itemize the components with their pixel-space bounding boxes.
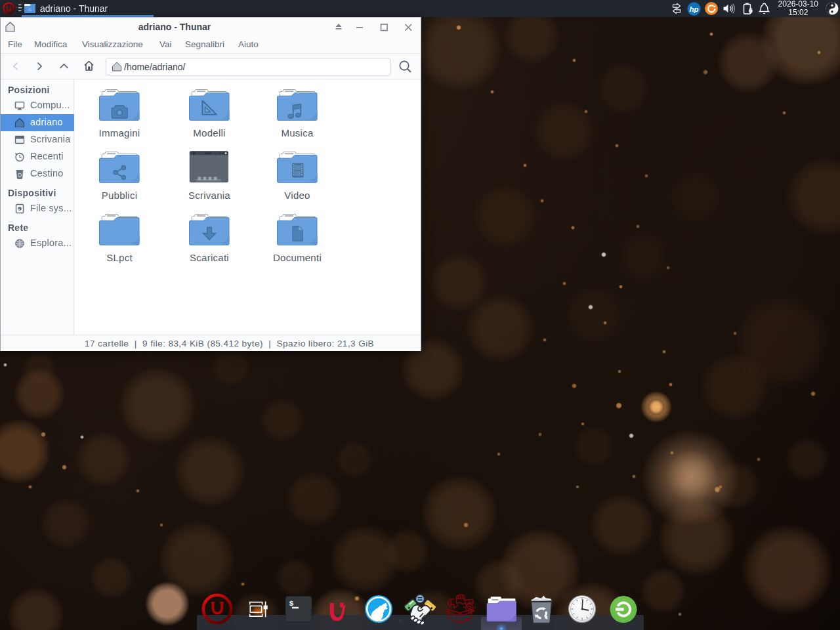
- svg-text:$: $: [289, 599, 294, 608]
- svg-text:hp: hp: [689, 5, 698, 13]
